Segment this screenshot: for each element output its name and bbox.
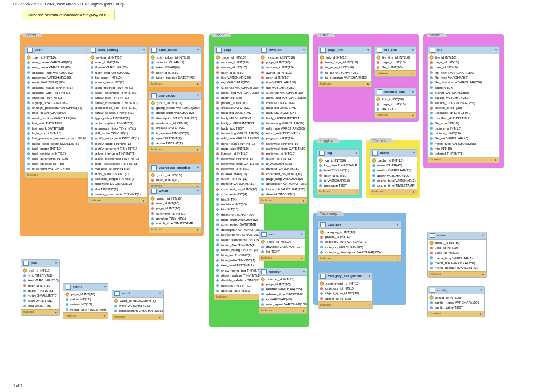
column: created DATETIME [149,126,201,131]
column: to_page_id INT(10) [318,65,371,70]
col-icon [151,132,154,134]
column: method VARCHAR(20) [370,168,417,173]
col-icon [27,101,30,104]
col-icon [372,184,375,187]
entity-cache[interactable]: cachecache_id INT(10)name CHAR(40)method… [370,149,417,195]
column: to_tag VARCHAR(250) [318,70,371,75]
column: dont_redirect TINYINT(1) [88,85,147,90]
entity-page-link[interactable]: page_linklink_id INT(10)from_page_id INT… [318,46,372,87]
indexes-bar[interactable]: Indexes [149,146,201,152]
column-text: page_id INT(10) [267,240,291,244]
entity-referrer[interactable]: referrerreferrer_id INT(10)page_id INT(1… [259,268,307,314]
column: category_lang VARCHAR(2) [318,240,401,245]
column-text: menu_tag VARCHAR(250) [266,95,306,100]
column-text: depth INT(10) [221,95,242,100]
key-icon [429,240,434,245]
column-text: file_size INT(10) [435,121,459,125]
indexes-bar[interactable]: Indexes [149,227,201,233]
entity-title[interactable]: category [318,221,401,229]
column-text: show_comments TINYINT(1) [95,101,139,105]
column-text: from_page_id INT(10) [325,60,358,65]
entity-user-setting[interactable]: user_settingsetting_id INT(10)user_id IN… [88,46,147,204]
column-text: keywords VARCHAR(250) [221,233,260,237]
entity-menu[interactable]: menumenu_id INT(10)user_id INT(10)page_i… [427,232,487,278]
column-text: picture_h INT(10) [435,131,461,136]
indexes-bar[interactable]: Indexes [318,81,371,87]
indexes-bar[interactable]: Indexes [149,81,201,87]
entity-revision[interactable]: revisionrevision_id INT(10)page_id INT(1… [259,46,307,204]
column: list_count INT(10) [88,75,147,80]
entity-title[interactable]: page_link [318,47,371,54]
entity-word[interactable]: wordword_id MEDIUMINT(8)word VARCHAR(255… [112,290,164,320]
entity-config[interactable]: configconfig_id INT(10)config_name VARCH… [427,286,485,317]
column-text: group_lang VARCHAR(2) [156,111,194,115]
column-text: plural TINYINT(1) [28,288,54,293]
entity-rating[interactable]: ratingpage_id INT(10)value INT(11)voters… [63,283,108,319]
entity-watch[interactable]: watchwatch_id INT(10)user_id INT(10)page… [149,187,202,233]
entity-title[interactable]: watch [149,188,201,195]
entity-title[interactable]: usergroup [149,92,201,100]
entity-file-link[interactable]: file_linkfile_link_id INT(10)page_id INT… [374,46,416,77]
column-text: category VARCHAR(100) [325,245,363,249]
col-icon [91,127,93,130]
column: keywords VARCHAR(250) [214,233,264,237]
entity-title[interactable]: file [428,47,499,54]
indexes-bar[interactable]: Indexes [428,311,484,317]
entity-category[interactable]: categorycategory_id INT(10)parent_id INT… [318,221,401,262]
indexes-bar[interactable]: Indexes [428,157,499,163]
entity-title[interactable]: word [112,290,163,298]
indexes-bar[interactable]: Indexes [318,255,401,261]
entity-title[interactable]: cache [370,150,417,157]
entity-title[interactable]: log [317,150,359,157]
indexes-bar[interactable]: Indexes [370,189,417,195]
entity-title[interactable]: revision [259,47,307,54]
column-text: moderator_id INT(10) [156,121,188,125]
column: validate_ip TINYINT(1) [88,166,147,171]
entity-title[interactable]: config [428,287,484,294]
entity-log[interactable]: loglog_id INT(10)log_time TIMESTAMPlevel… [317,149,360,195]
entity-title[interactable]: acl [259,231,305,239]
entity-title[interactable]: usergroup_member [149,164,201,172]
indexes-bar[interactable]: Indexes [317,189,359,195]
col-icon [216,203,219,206]
entity-file[interactable]: filefile_id INT(10)page_id INT(10)user_i… [427,46,500,163]
entity-title[interactable]: auth_token [149,47,201,54]
indexes-bar[interactable]: Indexes [259,197,307,203]
entity-acl[interactable]: aclpage_id INT(10)privilege VARCHAR(10)l… [259,230,305,261]
entity-title[interactable]: referrer [259,268,307,276]
entity-title[interactable]: external_link [375,88,416,96]
entity-title[interactable]: menu [428,232,486,240]
indexes-bar[interactable]: Indexes [21,309,59,315]
indexes-bar[interactable]: Indexes [259,307,307,313]
entity-title[interactable]: user_setting [88,47,147,54]
indexes-bar[interactable]: Indexes [375,70,416,76]
indexes-bar[interactable]: Indexes [259,255,305,261]
indexes-bar[interactable]: Indexes [88,197,147,203]
entity-title[interactable]: file_link [375,47,416,54]
column: revisions INT(10) [214,202,264,207]
entity-external-link[interactable]: external_linklink_id INT(10)page_id INT(… [374,88,416,119]
column: moderator_id INT(10) [149,120,201,125]
indexes-bar[interactable]: Indexes [318,301,372,307]
indexes-bar[interactable]: Indexes [63,312,108,318]
entity-page[interactable]: pagepage_id INT(10)version_id INT(10)own… [214,46,264,300]
indexes-bar[interactable]: Indexes [375,112,416,118]
col-icon [27,152,30,155]
indexes-bar[interactable]: Indexes [214,294,264,300]
column-text: email VARCHAR(100) [32,80,65,85]
entity-title[interactable]: page [214,47,264,54]
entity-title[interactable]: poll [21,260,59,267]
entity-usergroup-member[interactable]: usergroup_membergroup_id INT(10)user_id … [149,164,202,190]
entity-usergroup[interactable]: usergroupgroup_id INT(10)group_name VARC… [149,92,202,153]
entity-title[interactable]: category_assignment [318,273,372,280]
column: sorting_comments TINYINT(1) [88,192,147,197]
col-icon [66,308,68,311]
column: hide_index TINYINT(1) [214,258,264,262]
indexes-bar[interactable]: Indexes [428,271,486,277]
col-icon [261,97,264,99]
entity-category-assignment[interactable]: category_assignmentassignment_id INT(10)… [318,272,373,309]
entity-poll[interactable]: pollpoll_id INT(10)v_id TINYINT(3)text V… [21,259,60,316]
entity-auth-token[interactable]: auth_tokenauth_token_id INT(10)selector … [149,46,202,87]
indexes-bar[interactable]: Indexes [112,314,163,320]
entity-title[interactable]: rating [63,284,108,291]
